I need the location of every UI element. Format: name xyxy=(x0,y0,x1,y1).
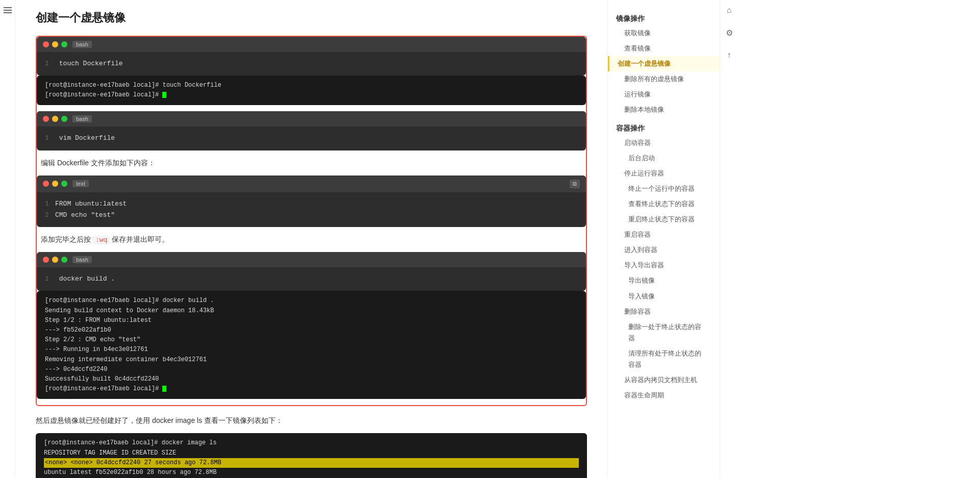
terminal-line: REPOSITORY TAG IMAGE ID CREATED SIZE xyxy=(44,448,579,458)
right-sidebar: 镜像操作 获取镜像 查看镜像 创建一个虚悬镜像 删除所有的虚悬镜像 运行镜像 删… xyxy=(607,0,720,478)
sidebar-item-delete-container[interactable]: 删除容器 xyxy=(608,304,720,319)
dot-green-2 xyxy=(61,116,67,122)
terminal-output-1: [root@instance-ee17baeb local]# touch Do… xyxy=(37,76,586,105)
code-block-1: bash 1 touch Dockerfile xyxy=(37,37,586,76)
sidebar-item-restart-stopped[interactable]: 重启终止状态下的容器 xyxy=(608,212,720,227)
sidebar-item-export-image[interactable]: 导出镜像 xyxy=(608,273,720,288)
terminal-cursor xyxy=(162,92,166,98)
code-line: touch Dockerfile xyxy=(59,60,123,67)
sidebar-item-restart-container[interactable]: 重启容器 xyxy=(608,227,720,242)
code-header-1: bash xyxy=(37,37,586,52)
terminal-line: [root@instance-ee17baeb local]# docker b… xyxy=(45,296,578,306)
arrow-up-icon[interactable]: ↑ xyxy=(723,49,736,61)
sidebar-item-import-image[interactable]: 导入镜像 xyxy=(608,289,720,304)
terminal-line: [root@instance-ee17baeb local]# touch Do… xyxy=(45,81,578,90)
sidebar-section-title-images: 镜像操作 xyxy=(608,12,720,26)
dot-yellow-1 xyxy=(52,41,58,47)
code-block-2: bash 1 vim Dockerfile xyxy=(37,111,586,150)
edit-description: 编辑 Dockerfile 文件添加如下内容： xyxy=(37,157,586,169)
dot-green-3 xyxy=(61,181,67,187)
lang-badge-4: bash xyxy=(72,256,92,263)
terminal-line: ubuntu latest fb52e022af1b0 28 hours ago… xyxy=(44,468,579,477)
code-header-4: bash xyxy=(37,252,586,267)
left-sidebar xyxy=(0,0,15,478)
sidebar-item-delete-local[interactable]: 删除本地镜像 xyxy=(608,102,720,117)
terminal-output-2: [root@instance-ee17baeb local]# docker b… xyxy=(37,291,586,399)
sidebar-section-title-containers: 容器操作 xyxy=(608,122,720,135)
terminal-line: ---> fb52e022af1b0 xyxy=(45,325,578,335)
sidebar-item-import-export[interactable]: 导入导出容器 xyxy=(608,258,720,273)
line-num: 1 xyxy=(45,198,55,210)
code-line: CMD echo "test" xyxy=(55,211,115,219)
sidebar-item-clean-stopped[interactable]: 清理所有处于终止状态的容器 xyxy=(608,346,720,372)
dot-red-3 xyxy=(43,181,49,187)
terminal-line: [root@instance-ee17baeb local]# xyxy=(45,90,578,100)
dot-yellow-3 xyxy=(52,181,58,187)
sidebar-section-containers: 容器操作 启动容器 后台启动 停止运行容器 终止一个运行中的容器 查看终止状态下… xyxy=(608,122,720,404)
code-line: FROM ubuntu:latest xyxy=(55,200,127,208)
save-note-text: 添加完毕之后按 xyxy=(41,235,91,243)
sidebar-item-stop-container[interactable]: 停止运行容器 xyxy=(608,166,720,181)
terminal-line: Removing intermediate container b4ec3e01… xyxy=(45,355,578,365)
code-header-2: bash xyxy=(37,111,586,127)
sidebar-item-lifecycle[interactable]: 容器生命周期 xyxy=(608,388,720,403)
sidebar-item-run-image[interactable]: 运行镜像 xyxy=(608,87,720,102)
dot-red-1 xyxy=(43,41,49,47)
code-body-3: 1FROM ubuntu:latest 2CMD echo "test" xyxy=(37,192,586,227)
sidebar-item-delete-stopped[interactable]: 删除一处于终止状态的容器 xyxy=(608,319,720,346)
line-num: 1 xyxy=(45,58,55,69)
sidebar-item-bg-start[interactable]: 后台启动 xyxy=(608,150,720,166)
lang-badge-2: bash xyxy=(72,115,92,122)
sidebar-item-view-image[interactable]: 查看镜像 xyxy=(608,41,720,56)
sidebar-item-get-image[interactable]: 获取镜像 xyxy=(608,26,720,41)
image-list-terminal: [root@instance-ee17baeb local]# docker i… xyxy=(36,433,587,478)
dot-red-4 xyxy=(43,257,49,263)
line-num: 1 xyxy=(45,133,55,144)
terminal-line: Successfully built 0c4dccfd2240 xyxy=(45,374,578,384)
check-description: 然后虚悬镜像就已经创建好了，使用 docker image ls 查看一下镜像列… xyxy=(36,414,587,427)
save-inline-code: :wq xyxy=(93,236,110,244)
line-num: 2 xyxy=(45,210,55,221)
sidebar-item-enter-container[interactable]: 进入到容器 xyxy=(608,242,720,258)
page-title: 创建一个虚悬镜像 xyxy=(36,10,587,26)
code-line: vim Dockerfile xyxy=(59,134,115,142)
code-section-wrapper: bash 1 touch Dockerfile [root@instance-e… xyxy=(36,36,587,406)
terminal-line: Sending build context to Docker daemon 1… xyxy=(45,306,578,316)
terminal-line: ---> Running in b4ec3e012761 xyxy=(45,345,578,355)
save-note: 添加完毕之后按 :wq 保存并退出即可。 xyxy=(37,233,586,246)
terminal-line: Step 2/2 : CMD echo "test" xyxy=(45,335,578,345)
home-icon[interactable]: ⌂ xyxy=(723,4,736,16)
menu-toggle-button[interactable] xyxy=(2,4,14,16)
code-body-1: 1 touch Dockerfile xyxy=(37,52,586,76)
dot-yellow-4 xyxy=(52,257,58,263)
sidebar-item-delete-all-dangling[interactable]: 删除所有的虚悬镜像 xyxy=(608,71,720,87)
terminal-line: [root@instance-ee17baeb local]# xyxy=(45,384,578,394)
lang-badge-1: bash xyxy=(72,41,92,48)
code-body-4: 1 docker build . xyxy=(37,267,586,291)
far-right-panel: ⌂ ⚙ ↑ xyxy=(720,0,738,478)
sidebar-item-view-stopped[interactable]: 查看终止状态下的容器 xyxy=(608,196,720,212)
copy-button-3[interactable]: ⧉ xyxy=(570,180,580,188)
main-content: 创建一个虚悬镜像 bash 1 touch Dockerfile [root@i… xyxy=(15,0,607,478)
code-header-3: text ⧉ xyxy=(37,175,586,192)
terminal-line: Step 1/2 : FROM ubuntu:latest xyxy=(45,316,578,325)
settings-icon[interactable]: ⚙ xyxy=(723,27,736,39)
dot-yellow-2 xyxy=(52,116,58,122)
terminal-line: [root@instance-ee17baeb local]# docker i… xyxy=(44,438,579,448)
code-line: docker build . xyxy=(59,275,115,283)
lang-badge-3: text xyxy=(72,180,89,187)
line-num: 1 xyxy=(45,273,55,285)
sidebar-item-create-dangling[interactable]: 创建一个虚悬镜像 xyxy=(608,56,720,71)
dot-green-4 xyxy=(61,257,67,263)
code-block-4: bash 1 docker build . xyxy=(37,252,586,291)
sidebar-item-start-container[interactable]: 启动容器 xyxy=(608,135,720,150)
sidebar-section-images: 镜像操作 获取镜像 查看镜像 创建一个虚悬镜像 删除所有的虚悬镜像 运行镜像 删… xyxy=(608,12,720,118)
code-block-3: text ⧉ 1FROM ubuntu:latest 2CMD echo "te… xyxy=(37,175,586,227)
code-body-2: 1 vim Dockerfile xyxy=(37,127,586,150)
dot-red-2 xyxy=(43,116,49,122)
dot-green-1 xyxy=(61,41,67,47)
sidebar-item-copy-files[interactable]: 从容器内拷贝文档到主机 xyxy=(608,372,720,388)
terminal-line: ---> 0c4dccfd2240 xyxy=(45,365,578,374)
terminal-cursor xyxy=(162,386,166,392)
sidebar-item-stop-running[interactable]: 终止一个运行中的容器 xyxy=(608,181,720,196)
